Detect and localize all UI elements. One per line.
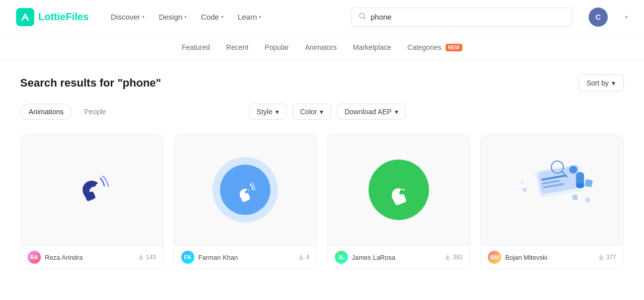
download-icon [598, 254, 604, 260]
card-author: BM Bojan Mltevski [488, 251, 547, 264]
style-filter-button[interactable]: Style ▾ [249, 104, 287, 120]
author-avatar: JL [335, 251, 348, 264]
svg-point-14 [521, 181, 524, 184]
download-aep-filter-button[interactable]: Download AEP ▾ [337, 104, 405, 120]
subnav-recent[interactable]: Recent [226, 41, 248, 53]
subnav-marketplace[interactable]: Marketplace [353, 41, 391, 53]
chevron-down-icon: ▾ [142, 14, 145, 20]
author-name: Farman Khan [198, 254, 238, 261]
subnav-popular[interactable]: Popular [264, 41, 289, 53]
chevron-down-icon: ▾ [259, 14, 261, 20]
main-content: Search results for "phone" Sort by ▾ Ani… [0, 60, 644, 283]
card-author: RA Reza Arindra [28, 251, 83, 264]
card-downloads: 377 [598, 254, 616, 261]
author-avatar: RA [28, 251, 41, 264]
svg-rect-12 [572, 195, 578, 200]
card-preview [174, 134, 317, 245]
main-nav: Discover ▾ Design ▾ Code ▾ Learn ▾ [105, 9, 267, 25]
author-name: Reza Arindra [45, 254, 83, 261]
cards-grid: RA Reza Arindra 143 [20, 134, 624, 269]
card-downloads: 4 [298, 254, 310, 261]
card-footer: JL James LaRosa 381 [328, 245, 470, 269]
card-preview [21, 134, 163, 245]
phone-animation-3 [369, 160, 429, 220]
card-downloads: 143 [138, 254, 156, 261]
card-preview [481, 134, 623, 245]
search-results-title: Search results for "phone" [20, 77, 161, 90]
card-author: FK Farman Khan [181, 251, 238, 264]
svg-point-10 [576, 183, 584, 188]
search-container [351, 8, 573, 27]
nav-learn[interactable]: Learn ▾ [232, 9, 267, 25]
subnav-animators[interactable]: Animators [305, 41, 337, 53]
download-icon [445, 254, 451, 260]
phone-animation-2 [212, 157, 278, 222]
subnav-featured[interactable]: Featured [182, 41, 210, 53]
author-name: Bojan Mltevski [505, 254, 547, 261]
chevron-down-icon: ▾ [320, 108, 323, 116]
filters-group: Style ▾ Color ▾ Download AEP ▾ [249, 104, 406, 120]
new-badge: NEW [446, 44, 462, 51]
download-icon [138, 254, 144, 260]
search-icon [359, 12, 367, 22]
chevron-down-icon: ▾ [612, 79, 615, 87]
color-filter-button[interactable]: Color ▾ [293, 104, 331, 120]
animation-card[interactable]: RA Reza Arindra 143 [20, 134, 164, 269]
subnav-categories[interactable]: Categories NEW [407, 41, 462, 53]
nav-code[interactable]: Code ▾ [195, 9, 230, 25]
animation-card[interactable]: FK Farman Khan 4 [174, 134, 317, 269]
avatar-chevron-icon[interactable]: ▾ [625, 14, 628, 21]
download-icon [298, 254, 304, 260]
logo[interactable]: LottieFiles [16, 8, 89, 26]
animation-card[interactable]: JL James LaRosa 381 [327, 134, 471, 269]
author-avatar: FK [181, 251, 194, 264]
svg-rect-11 [585, 179, 593, 187]
sub-nav: Featured Recent Popular Animators Market… [0, 34, 644, 60]
svg-point-13 [523, 188, 527, 192]
logo-text: LottieFiles [38, 11, 89, 23]
nav-design[interactable]: Design ▾ [153, 9, 193, 25]
author-avatar: BM [488, 251, 501, 264]
avatar[interactable]: C [589, 8, 608, 27]
header: LottieFiles Discover ▾ Design ▾ Code ▾ L… [0, 0, 644, 34]
chevron-down-icon: ▾ [395, 108, 398, 116]
card-author: JL James LaRosa [335, 251, 396, 264]
card-footer: BM Bojan Mltevski 377 [481, 245, 623, 269]
animation-card[interactable]: BM Bojan Mltevski 377 [480, 134, 624, 269]
logo-icon [16, 8, 34, 26]
search-box [351, 8, 573, 27]
card-footer: FK Farman Khan 4 [174, 245, 317, 269]
author-name: James LaRosa [352, 254, 396, 261]
sort-by-button[interactable]: Sort by ▾ [578, 74, 624, 92]
tab-animations[interactable]: Animations [20, 104, 72, 120]
nav-discover[interactable]: Discover ▾ [105, 9, 151, 25]
card-footer: RA Reza Arindra 143 [21, 245, 163, 269]
chevron-down-icon: ▾ [184, 14, 187, 20]
chevron-down-icon: ▾ [275, 108, 279, 116]
card-downloads: 381 [445, 254, 463, 261]
search-input[interactable] [371, 13, 565, 21]
chevron-down-icon: ▾ [221, 14, 224, 20]
search-results-header: Search results for "phone" Sort by ▾ [20, 74, 624, 92]
tab-people[interactable]: People [80, 104, 110, 119]
filters-row: Animations People Style ▾ Color ▾ Downlo… [20, 104, 624, 120]
card-preview [328, 134, 470, 245]
svg-point-15 [585, 197, 590, 202]
